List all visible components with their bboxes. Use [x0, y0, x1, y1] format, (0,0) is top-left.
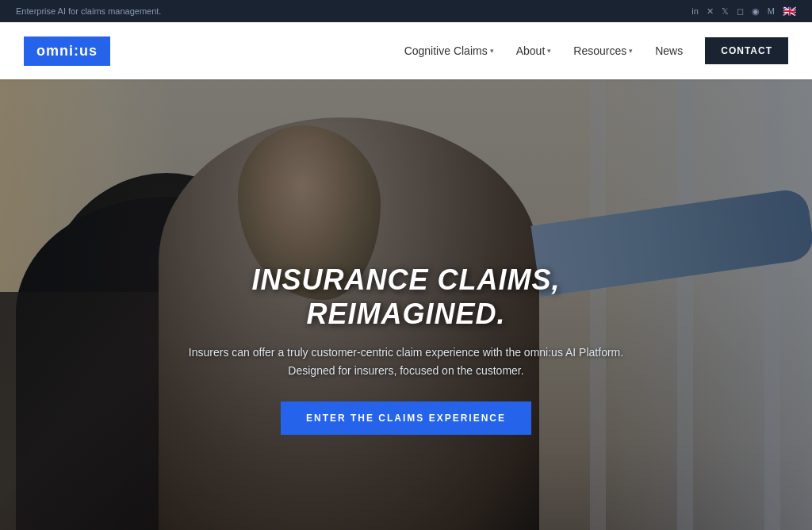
product-hunt-icon[interactable]: ◉: [752, 6, 760, 17]
chevron-down-icon: ▾: [547, 47, 551, 55]
uk-flag-icon[interactable]: 🇬🇧: [783, 5, 796, 17]
nav-item-about[interactable]: About ▾: [516, 44, 552, 57]
chevron-down-icon: ▾: [629, 47, 633, 55]
instagram-icon[interactable]: ◻: [737, 6, 744, 17]
top-bar: Enterprise AI for claims management. in …: [0, 0, 812, 22]
hero-title: INSURANCE CLAIMS, REIMAGINED.: [168, 263, 644, 331]
hero-subtitle: Insurers can offer a truly customer-cent…: [168, 344, 644, 379]
hero-content: INSURANCE CLAIMS, REIMAGINED. Insurers c…: [168, 263, 644, 435]
chevron-down-icon: ▾: [490, 47, 494, 55]
navbar: omni:us Cognitive Claims ▾ About ▾ Resou…: [0, 22, 812, 79]
logo[interactable]: omni:us: [24, 36, 110, 66]
nav-item-news[interactable]: News: [655, 44, 683, 57]
tagline: Enterprise AI for claims management.: [16, 6, 161, 16]
contact-button[interactable]: CONTACT: [705, 37, 788, 64]
cta-button[interactable]: ENTER THE CLAIMS EXPERIENCE: [281, 401, 531, 435]
nav-item-cognitive-claims[interactable]: Cognitive Claims ▾: [404, 44, 494, 57]
xing-icon[interactable]: ✕: [707, 6, 714, 17]
nav-item-resources[interactable]: Resources ▾: [573, 44, 633, 57]
twitter-icon[interactable]: 𝕏: [722, 6, 729, 17]
hero-section: INSURANCE CLAIMS, REIMAGINED. Insurers c…: [0, 79, 812, 530]
medium-icon[interactable]: M: [768, 6, 775, 16]
linkedin-icon[interactable]: in: [691, 6, 699, 16]
social-icons-group: in ✕ 𝕏 ◻ ◉ M 🇬🇧: [691, 5, 796, 17]
nav-links: Cognitive Claims ▾ About ▾ Resources ▾ N…: [404, 37, 788, 64]
